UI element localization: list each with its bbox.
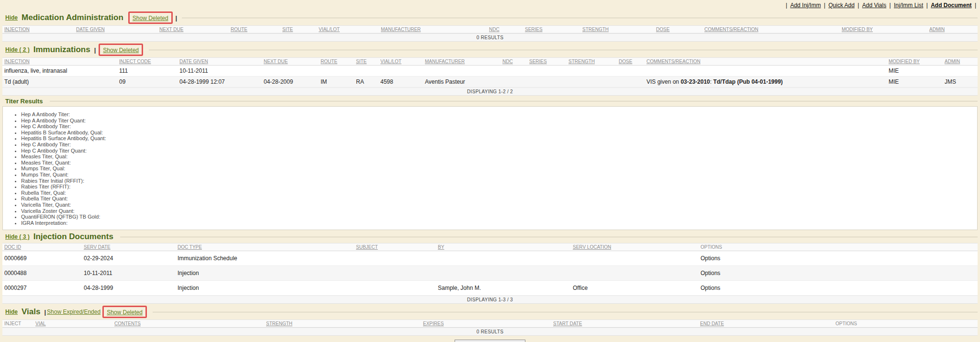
- col-strength[interactable]: STRENGTH: [580, 26, 654, 33]
- immunizations-column-header-row: INJECTION INJECT CODE DATE GIVEN NEXT DU…: [2, 58, 978, 66]
- col-route[interactable]: ROUTE: [229, 26, 280, 33]
- col-ndc[interactable]: NDC: [487, 26, 523, 33]
- cell-vial-lot: [379, 66, 423, 77]
- col-site[interactable]: SITE: [354, 58, 379, 66]
- add-vials-link[interactable]: Add Vials: [862, 2, 886, 9]
- col-injection[interactable]: INJECTION: [2, 26, 74, 33]
- show-deleted-vials-link[interactable]: Show Deleted: [107, 309, 143, 316]
- titer-item: Hep A Antibody Titer Quant:: [21, 118, 977, 124]
- hide-immunizations-link[interactable]: Hide ( 2 ): [5, 46, 30, 53]
- cell-doc-id: 0000297: [2, 281, 82, 296]
- document-row[interactable]: 0000669 02-29-2024 Immunization Schedule…: [2, 251, 978, 266]
- col-dose[interactable]: DOSE: [654, 26, 702, 33]
- cell-inject-code: 09: [117, 77, 178, 88]
- col-next-due[interactable]: NEXT DUE: [262, 58, 319, 66]
- col-route[interactable]: ROUTE: [319, 58, 354, 66]
- cell-ndc: [501, 77, 527, 88]
- col-inject-code[interactable]: INJECT CODE: [117, 58, 178, 66]
- col-admin[interactable]: ADMIN: [927, 26, 978, 33]
- titer-item: Rubella Titer Quant:: [21, 196, 977, 202]
- vials-header: Hide Vials | Show Expired/Ended Show Del…: [2, 304, 978, 320]
- header-rule: [149, 50, 978, 50]
- medication-administration-section: Hide Medication Administration Show Dele…: [2, 10, 978, 42]
- col-ndc[interactable]: NDC: [501, 58, 527, 66]
- documents-column-header-row: DOC ID SERV DATE DOC TYPE SUBJECT BY SER…: [2, 243, 978, 251]
- medication-administration-title: Medication Administration: [22, 13, 123, 22]
- col-strength[interactable]: STRENGTH: [264, 320, 421, 328]
- col-vial-lot[interactable]: VIAL/LOT: [317, 26, 379, 33]
- immunization-row[interactable]: Td (adult) 09 04-28-1999 12:07 04-28-200…: [2, 77, 978, 88]
- cell-doc-id: 0000669: [2, 251, 82, 266]
- col-strength[interactable]: STRENGTH: [567, 58, 617, 66]
- col-options: OPTIONS: [699, 243, 978, 251]
- col-comments-reaction[interactable]: COMMENTS/REACTION: [645, 58, 887, 66]
- titer-item: Measles Titer, Qual:: [21, 154, 977, 160]
- vials-results-count: 0 RESULTS: [2, 328, 978, 336]
- col-serv-date[interactable]: SERV DATE: [82, 243, 176, 251]
- separator: |: [858, 2, 859, 9]
- cell-doc-type: Immunization Schedule: [176, 251, 354, 266]
- col-vial[interactable]: VIAL: [33, 320, 112, 328]
- col-series[interactable]: SERIES: [523, 26, 580, 33]
- cell-injection: Td (adult): [2, 77, 117, 88]
- cell-modified-by: MIE: [887, 77, 943, 88]
- col-end-date[interactable]: END DATE: [698, 320, 834, 328]
- document-options-link[interactable]: Options: [701, 285, 720, 291]
- titer-item: QuantiFERON (QFTBG) TB Gold:: [21, 214, 977, 220]
- show-deleted-medication-link[interactable]: Show Deleted: [133, 15, 168, 22]
- col-serv-location[interactable]: SERV LOCATION: [571, 243, 699, 251]
- vials-column-header-row: INJECT VIAL CONTENTS STRENGTH EXPIRES ST…: [2, 320, 978, 328]
- col-date-given[interactable]: DATE GIVEN: [178, 58, 262, 66]
- medication-results-count: 0 RESULTS: [2, 33, 978, 42]
- comment-vaccine-detail: Td/Tdap (Pub 04-01-1999): [713, 78, 782, 85]
- cell-serv-location: [571, 251, 699, 266]
- col-comments-reaction[interactable]: COMMENTS/REACTION: [702, 26, 840, 33]
- show-deleted-highlight-box: Show Deleted: [99, 44, 143, 56]
- cell-vial-lot: 4598: [379, 77, 423, 88]
- col-modified-by[interactable]: MODIFIED BY: [887, 58, 943, 66]
- cell-comments-reaction: [645, 66, 887, 77]
- cell-next-due: 04-28-2009: [262, 77, 319, 88]
- immunization-row[interactable]: influenza, live, intranasal 111 10-11-20…: [2, 66, 978, 77]
- hide-medication-administration-link[interactable]: Hide: [5, 14, 18, 21]
- titer-results-title: Titer Results: [5, 98, 43, 105]
- show-deleted-immunizations-link[interactable]: Show Deleted: [103, 47, 139, 54]
- document-row[interactable]: 0000488 10-11-2011 Injection Options: [2, 266, 978, 281]
- col-vial-lot[interactable]: VIAL/LOT: [379, 58, 423, 66]
- col-admin[interactable]: ADMIN: [943, 58, 978, 66]
- col-subject[interactable]: SUBJECT: [354, 243, 436, 251]
- document-options-link[interactable]: Options: [701, 255, 720, 262]
- col-injection[interactable]: INJECTION: [2, 58, 117, 66]
- col-date-given[interactable]: DATE GIVEN: [74, 26, 157, 33]
- titer-item: Hep C Antibody Titer:: [21, 142, 977, 148]
- col-next-due[interactable]: NEXT DUE: [157, 26, 229, 33]
- col-contents[interactable]: CONTENTS: [112, 320, 264, 328]
- col-site[interactable]: SITE: [280, 26, 317, 33]
- col-dose[interactable]: DOSE: [617, 58, 645, 66]
- document-row[interactable]: 0000297 04-28-1999 Injection Sample, Joh…: [2, 281, 978, 296]
- titer-item: Varicella Titer, Quant:: [21, 202, 977, 208]
- col-modified-by[interactable]: MODIFIED BY: [840, 26, 927, 33]
- col-manufacturer[interactable]: MANUFACTURER: [423, 58, 501, 66]
- cell-series: [527, 66, 567, 77]
- show-deleted-highlight-box: Show Deleted: [102, 306, 147, 318]
- col-doc-type[interactable]: DOC TYPE: [176, 243, 354, 251]
- col-by[interactable]: BY: [436, 243, 571, 251]
- cell-serv-date: 04-28-1999: [82, 281, 176, 296]
- col-doc-id[interactable]: DOC ID: [2, 243, 82, 251]
- hide-vials-link[interactable]: Hide: [5, 309, 18, 315]
- add-inj-imm-link[interactable]: Add Inj/Imm: [790, 2, 821, 9]
- col-manufacturer[interactable]: MANUFACTURER: [379, 26, 487, 33]
- col-start-date[interactable]: START DATE: [551, 320, 698, 328]
- add-injections-for-vials-button[interactable]: Add Injections for Vials: [455, 340, 526, 342]
- col-expires[interactable]: EXPIRES: [421, 320, 551, 328]
- cell-site: RA: [354, 77, 379, 88]
- quick-add-link[interactable]: Quick Add: [828, 2, 855, 9]
- document-options-link[interactable]: Options: [701, 270, 720, 276]
- add-document-link[interactable]: Add Document: [931, 2, 971, 9]
- show-expired-ended-link[interactable]: Show Expired/Ended: [47, 309, 100, 315]
- col-series[interactable]: SERIES: [527, 58, 567, 66]
- inj-imm-list-link[interactable]: Inj/Imm List: [894, 2, 923, 9]
- hide-injection-documents-link[interactable]: Hide ( 3 ): [5, 233, 30, 240]
- cell-strength: [567, 77, 617, 88]
